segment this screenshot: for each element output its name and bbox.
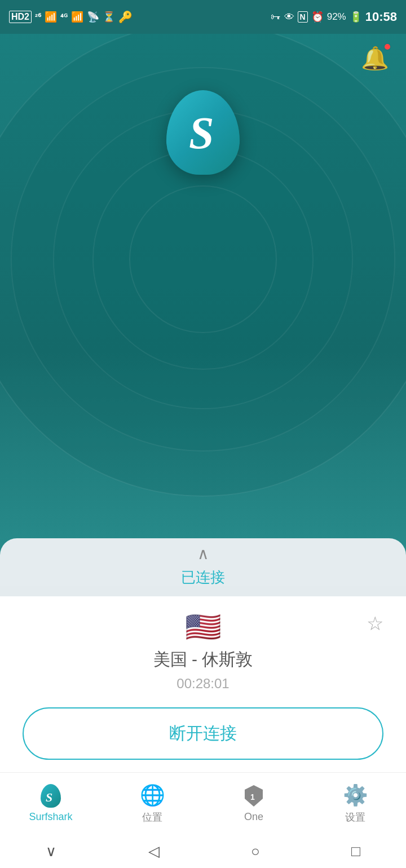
shield-nav-icon: 1 [244,784,264,808]
chevron-area[interactable]: ∧ 已连接 [0,538,406,596]
battery-icon: 🔋 [350,11,362,23]
nav-down-button[interactable]: ∨ [46,843,56,860]
clock-time: 10:58 [365,10,397,24]
connected-status-text: 已连接 [181,562,225,596]
signal-26-icon: ²⁶ [35,12,41,22]
nav-item-location[interactable]: 🌐 位置 [102,783,203,824]
notification-dot [383,43,391,51]
key-icon: 🗝 [271,11,281,23]
location-nav-icon: 🌐 [140,783,165,807]
settings-nav-icon: ⚙️ [343,783,368,807]
connection-panel: ∧ 已连接 🇺🇸 ☆ 美国 - 休斯敦 00:28:01 断开连接 [0,538,406,778]
disconnect-button[interactable]: 断开连接 [23,707,383,760]
logo-shape: S [166,90,240,175]
status-bar: HD2 ²⁶ 📶 ⁴ᴳ 📶 📡 ⏳ 🔑 🗝 👁 N ⏰ 92% 🔋 10:58 [0,0,406,34]
signal-bars-icon: 📶 [45,11,57,23]
one-shield-container: 1 [244,784,264,808]
nav-home-button[interactable]: ○ [251,843,260,860]
surfshark-nav-icon: S [41,784,61,808]
location-name: 美国 - 休斯敦 [23,648,383,671]
flag-area: 🇺🇸 [23,612,383,641]
country-flag: 🇺🇸 [185,612,222,641]
connection-details-card: 🇺🇸 ☆ 美国 - 休斯敦 00:28:01 断开连接 [0,596,406,778]
notification-button[interactable]: 🔔 [361,45,389,72]
status-left-icons: HD2 ²⁶ 📶 ⁴ᴳ 📶 📡 ⏳ 🔑 [9,10,133,24]
svg-text:1: 1 [250,792,255,801]
status-right-icons: 🗝 👁 N ⏰ 92% 🔋 10:58 [271,10,397,24]
one-nav-label: One [244,811,263,823]
system-navigation-bar: ∨ ◁ ○ □ [0,834,406,868]
nav-recent-button[interactable]: □ [351,843,360,860]
favorite-button[interactable]: ☆ [367,612,383,635]
location-nav-label: 位置 [142,811,162,824]
main-background [0,0,406,586]
nav-item-surfshark[interactable]: S Surfshark [0,784,102,823]
nfc-icon: N [298,11,308,23]
settings-nav-label: 设置 [345,811,365,824]
nav-item-one[interactable]: 1 One [203,784,304,823]
surfshark-nav-label: Surfshark [29,811,72,823]
svg-text:S: S [46,790,52,804]
nav-item-settings[interactable]: ⚙️ 设置 [304,783,406,824]
alarm-icon: ⏰ [311,11,324,23]
surfshark-s-icon: S [45,788,57,804]
bottom-navigation: S Surfshark 🌐 位置 1 One ⚙️ 设置 [0,772,406,834]
hd2-icon: HD2 [9,11,32,23]
signal-4g-icon: ⁴ᴳ [60,12,68,21]
nav-back-button[interactable]: ◁ [148,843,160,860]
wifi-icon: 📡 [87,11,99,23]
vpn-key-icon: 🔑 [118,10,133,24]
chevron-up-icon: ∧ [197,546,209,562]
surfshark-logo-button[interactable]: S [166,90,240,175]
signal-bars-4g-icon: 📶 [71,11,83,23]
logo-s-svg: S [180,104,226,161]
concentric-circles [0,0,406,586]
svg-text:S: S [189,108,214,158]
eye-icon: 👁 [284,11,294,23]
connection-timer: 00:28:01 [23,676,383,692]
hourglass-icon: ⏳ [103,11,115,23]
battery-text: 92% [327,11,346,23]
svg-point-8 [93,149,313,369]
